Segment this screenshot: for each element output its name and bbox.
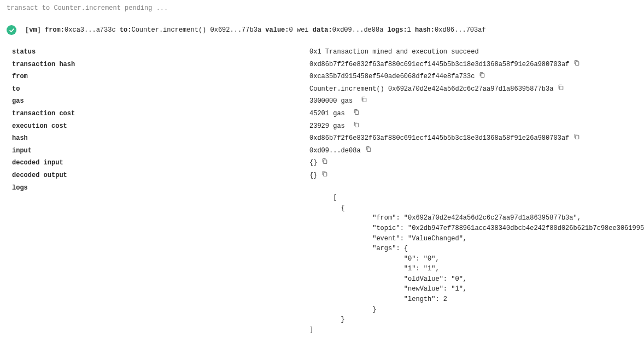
detail-row-from: from 0xca35b7d915458ef540ade6068dfe2f44e… xyxy=(12,70,640,83)
detail-row-to: to Counter.increment() 0x692a70d2e424a56… xyxy=(12,83,640,96)
copy-icon[interactable] xyxy=(321,170,328,177)
detail-key: input xyxy=(12,146,309,156)
detail-key: transaction hash xyxy=(12,60,309,70)
transaction-details-table: status 0x1 Transaction mined and executi… xyxy=(12,46,640,337)
detail-row-status: status 0x1 Transaction mined and executi… xyxy=(12,46,640,58)
svg-rect-8 xyxy=(324,160,327,164)
detail-value: 0xca35b7d915458ef540ade6068dfe2f44e8fa73… xyxy=(309,72,485,82)
detail-value: 3000000 gas xyxy=(309,96,367,107)
svg-rect-9 xyxy=(324,173,327,176)
detail-value: {} xyxy=(309,170,328,181)
svg-rect-0 xyxy=(576,61,579,65)
detail-row-input: input 0xd09...de08a xyxy=(12,145,640,157)
detail-value: 0xd86b7f2f6e832f63af880c691ecf1445b5b3c1… xyxy=(309,60,580,70)
svg-rect-6 xyxy=(576,135,579,139)
detail-row-txcost: transaction cost 45201 gas xyxy=(12,108,640,120)
svg-rect-5 xyxy=(355,123,359,127)
detail-key: transaction cost xyxy=(12,109,309,119)
detail-row-txhash: transaction hash 0xd86b7f2f6e832f63af880… xyxy=(12,58,640,71)
detail-row-decoded-output: decoded output {} xyxy=(12,169,640,182)
detail-key: status xyxy=(12,47,309,57)
detail-value: 23929 gas xyxy=(309,121,360,132)
copy-icon[interactable] xyxy=(353,121,360,128)
detail-row-logs: logs [ { "from": "0x692a70d2e424a56d2c6c… xyxy=(12,182,640,337)
svg-rect-3 xyxy=(363,98,366,102)
detail-key: decoded output xyxy=(12,170,309,181)
transaction-summary-text: [vm] from:0xca3...a733c to:Counter.incre… xyxy=(25,26,486,34)
detail-value: Counter.increment() 0x692a70d2e424a56d2c… xyxy=(309,84,564,94)
detail-value: 0xd86b7f2f6e832f63af880c691ecf1445b5b3c1… xyxy=(309,133,580,144)
copy-icon[interactable] xyxy=(558,84,564,91)
copy-icon[interactable] xyxy=(321,158,328,164)
detail-key: hash xyxy=(12,133,309,144)
detail-row-hash: hash 0xd86b7f2f6e832f63af880c691ecf1445b… xyxy=(12,132,640,145)
copy-icon[interactable] xyxy=(365,146,372,152)
transaction-summary-row[interactable]: [vm] from:0xca3...a733c to:Counter.incre… xyxy=(4,25,640,35)
copy-icon[interactable] xyxy=(353,109,360,115)
detail-row-execost: execution cost 23929 gas xyxy=(12,120,640,133)
detail-key: from xyxy=(12,72,309,82)
detail-value: 45201 gas xyxy=(309,109,360,119)
copy-icon[interactable] xyxy=(479,72,485,78)
detail-key: to xyxy=(12,84,309,94)
pending-message: transact to Counter.increment pending ..… xyxy=(4,4,640,12)
detail-value: [ { "from": "0x692a70d2e424a56d2c6c27aa9… xyxy=(309,183,644,337)
svg-rect-1 xyxy=(481,74,484,78)
success-check-icon xyxy=(7,25,16,35)
copy-icon[interactable] xyxy=(361,96,367,103)
detail-row-gas: gas 3000000 gas xyxy=(12,95,640,108)
detail-value: 0xd09...de08a xyxy=(309,146,372,156)
svg-rect-4 xyxy=(355,111,359,115)
svg-rect-2 xyxy=(560,86,563,90)
copy-icon[interactable] xyxy=(573,133,580,140)
detail-value: 0x1 Transaction mined and execution succ… xyxy=(309,47,479,57)
copy-icon[interactable] xyxy=(573,60,580,66)
detail-key: gas xyxy=(12,96,309,107)
detail-key: logs xyxy=(12,183,309,193)
detail-key: execution cost xyxy=(12,121,309,132)
detail-key: decoded input xyxy=(12,158,309,168)
svg-rect-7 xyxy=(367,148,370,152)
detail-value: {} xyxy=(309,158,328,168)
detail-row-decoded-input: decoded input {} xyxy=(12,157,640,169)
